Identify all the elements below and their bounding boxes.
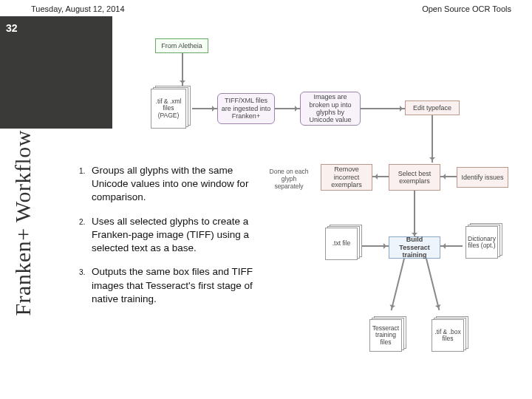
vertical-title: Franken+ Workflow — [10, 130, 35, 316]
side-caption: Done on each glyph separately — [267, 168, 310, 190]
slide-number-block: 32 — [0, 16, 112, 129]
node-identify: Identify issues — [457, 167, 508, 188]
node-edit: Edit typeface — [405, 100, 460, 115]
node-build: Build Tesseract training — [389, 236, 440, 259]
header-title: Open Source OCR Tools — [422, 4, 511, 13]
node-remove: Remove incorrect exemplars — [321, 164, 372, 191]
node-source: From Aletheia — [155, 38, 208, 53]
node-breakup: Images are broken up into glyphs by Unic… — [300, 92, 361, 126]
node-select: Select best exemplars — [389, 164, 440, 191]
header-date: Tuesday, August 12, 2014 — [31, 4, 125, 13]
node-ingest: TIFF/XML files are ingested into Franken… — [217, 93, 275, 124]
workflow-diagram: From Aletheia .tif & .xml files (PAGE) T… — [111, 35, 532, 398]
slide-number: 32 — [6, 22, 18, 34]
